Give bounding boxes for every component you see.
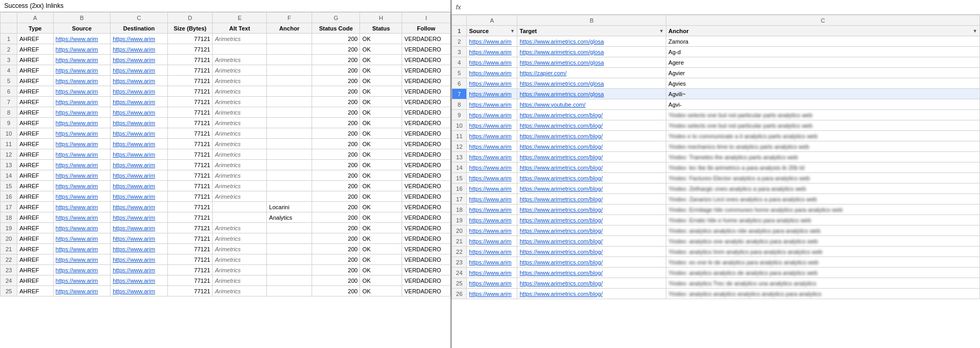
right-corner-cell xyxy=(452,15,467,26)
right-cell-source[interactable]: https://www.arim xyxy=(467,57,517,68)
right-cell-source[interactable]: https://www.arim xyxy=(467,226,517,236)
left-cell-alt: Arimetrics xyxy=(213,128,267,139)
right-cell-source[interactable]: https://www.arim xyxy=(467,183,517,194)
right-cell-source[interactable]: https://www.arim xyxy=(467,120,517,131)
left-cell-alt xyxy=(213,212,267,223)
col-header-h[interactable]: H xyxy=(360,13,402,23)
right-cell-target[interactable]: https://zapier.com/ xyxy=(517,68,666,78)
left-cell-anchor xyxy=(267,244,312,254)
right-cell-source[interactable]: https://www.arim xyxy=(467,289,517,299)
right-cell-target[interactable]: https://www.arimetrics.com/blog/ xyxy=(517,141,666,152)
right-cell-source[interactable]: https://www.arim xyxy=(467,110,517,120)
left-cell-type: AHREF xyxy=(17,265,54,275)
right-cell-source[interactable]: https://www.arim xyxy=(467,215,517,226)
right-cell-target[interactable]: https://www.arimetrics.com/glosa xyxy=(517,78,666,89)
left-cell-source: https://www.arim xyxy=(53,286,111,296)
right-cell-source[interactable]: https://www.arim xyxy=(467,173,517,183)
right-cell-source[interactable]: https://www.arim xyxy=(467,162,517,173)
header-status: Status xyxy=(360,23,402,34)
left-table-body: 1AHREFhttps://www.arimhttps://www.arim77… xyxy=(1,34,451,296)
right-cell-target[interactable]: https://www.arimetrics.com/blog/ xyxy=(517,247,666,257)
right-cell-target[interactable]: https://www.arimetrics.com/blog/ xyxy=(517,152,666,162)
right-cell-source[interactable]: https://www.arim xyxy=(467,204,517,215)
anchor-filter-icon[interactable]: ▼ xyxy=(973,28,977,34)
right-cell-target[interactable]: https://www.arimetrics.com/blog/ xyxy=(517,173,666,183)
left-cell-alt: Arimetrics xyxy=(213,160,267,170)
col-header-e[interactable]: E xyxy=(213,13,267,23)
right-cell-source[interactable]: https://www.arim xyxy=(467,89,517,99)
left-cell-alt: Arimetrics xyxy=(213,97,267,107)
right-cell-source[interactable]: https://www.arim xyxy=(467,99,517,110)
left-cell-dest: https://www.arim xyxy=(111,212,168,223)
left-cell-follow: VERDADERO xyxy=(402,55,451,65)
source-filter-icon[interactable]: ▼ xyxy=(510,28,515,34)
right-cell-target[interactable]: https://www.arimetrics.com/blog/ xyxy=(517,131,666,141)
left-row-num: 23 xyxy=(1,265,17,275)
right-cell-source[interactable]: https://www.arim xyxy=(467,131,517,141)
right-col-header-c[interactable]: C xyxy=(666,15,980,26)
right-cell-target[interactable]: https://www.arimetrics.com/glosa xyxy=(517,47,666,57)
right-cell-source[interactable]: https://www.arim xyxy=(467,194,517,204)
left-cell-type: AHREF xyxy=(17,34,54,44)
right-table-row: 12https://www.arimhttps://www.arimetrics… xyxy=(452,141,980,152)
right-cell-source[interactable]: https://www.arim xyxy=(467,236,517,247)
col-header-b[interactable]: B xyxy=(53,13,111,23)
right-cell-source[interactable]: https://www.arim xyxy=(467,257,517,268)
right-cell-anchor: Zamora xyxy=(666,36,980,47)
right-cell-source[interactable]: https://www.arim xyxy=(467,247,517,257)
target-filter-icon[interactable]: ▼ xyxy=(659,28,664,34)
col-header-c[interactable]: C xyxy=(111,13,168,23)
right-cell-source[interactable]: https://www.arim xyxy=(467,36,517,47)
right-cell-target[interactable]: https://www.arimetrics.com/glosa xyxy=(517,89,666,99)
right-cell-target[interactable]: https://www.arimetrics.com/blog/ xyxy=(517,110,666,120)
right-cell-target[interactable]: https://www.arimetrics.com/blog/ xyxy=(517,204,666,215)
right-col-header-b[interactable]: B xyxy=(517,15,666,26)
right-cell-target[interactable]: https://www.arimetrics.com/glosa xyxy=(517,57,666,68)
right-table-row: 24https://www.arimhttps://www.arimetrics… xyxy=(452,268,980,278)
right-cell-target[interactable]: https://www.arimetrics.com/blog/ xyxy=(517,120,666,131)
right-table-row: 11https://www.arimhttps://www.arimetrics… xyxy=(452,131,980,141)
right-cell-source[interactable]: https://www.arim xyxy=(467,78,517,89)
left-cell-size: 77121 xyxy=(167,181,213,191)
left-row-num: 9 xyxy=(1,118,17,128)
right-cell-target[interactable]: https://www.arimetrics.com/blog/ xyxy=(517,194,666,204)
right-cell-target[interactable]: https://www.arimetrics.com/blog/ xyxy=(517,268,666,278)
right-cell-target[interactable]: https://www.arimetrics.com/blog/ xyxy=(517,289,666,299)
right-cell-source[interactable]: https://www.arim xyxy=(467,268,517,278)
col-header-a[interactable]: A xyxy=(17,13,54,23)
right-cell-source[interactable]: https://www.arim xyxy=(467,141,517,152)
right-cell-target[interactable]: https://www.arimetrics.com/blog/ xyxy=(517,226,666,236)
right-cell-target[interactable]: https://www.arimetrics.com/blog/ xyxy=(517,257,666,268)
left-row-num: 19 xyxy=(1,223,17,233)
left-cell-size: 77121 xyxy=(167,55,213,65)
col-header-i[interactable]: I xyxy=(402,13,451,23)
right-row-num: 8 xyxy=(452,99,467,110)
right-cell-source[interactable]: https://www.arim xyxy=(467,278,517,289)
right-row-num: 18 xyxy=(452,204,467,215)
right-cell-source[interactable]: https://www.arim xyxy=(467,47,517,57)
right-cell-source[interactable]: https://www.arim xyxy=(467,152,517,162)
left-table-row: 24AHREFhttps://www.arimhttps://www.arim7… xyxy=(1,275,451,286)
right-col-header-a[interactable]: A xyxy=(467,15,517,26)
right-cell-source[interactable]: https://www.arim xyxy=(467,68,517,78)
left-cell-dest: https://www.arim xyxy=(111,233,168,244)
corner-cell xyxy=(1,13,17,23)
col-header-f[interactable]: F xyxy=(267,13,312,23)
col-header-g[interactable]: G xyxy=(312,13,360,23)
right-cell-anchor: Agvi- xyxy=(666,99,980,110)
right-cell-target[interactable]: https://www.arimetrics.com/glosa xyxy=(517,36,666,47)
right-cell-anchor: Yindex: analytics Imm analytics para ana… xyxy=(666,247,980,257)
right-cell-anchor: Yindex: analytics analytics de analytics… xyxy=(666,268,980,278)
right-cell-target[interactable]: https://www.arimetrics.com/blog/ xyxy=(517,162,666,173)
left-cell-size: 77121 xyxy=(167,97,213,107)
col-header-d[interactable]: D xyxy=(167,13,213,23)
right-cell-target[interactable]: https://www.arimetrics.com/blog/ xyxy=(517,236,666,247)
left-cell-status: OK xyxy=(360,191,402,202)
right-cell-target[interactable]: https://www.arimetrics.com/blog/ xyxy=(517,278,666,289)
right-cell-target[interactable]: https://www.arimetrics.com/blog/ xyxy=(517,215,666,226)
left-cell-alt: Arimetrics xyxy=(213,181,267,191)
left-cell-anchor xyxy=(267,275,312,286)
right-cell-target[interactable]: https://www.arimetrics.com/blog/ xyxy=(517,183,666,194)
left-row-num: 24 xyxy=(1,275,17,286)
right-cell-target[interactable]: https://www.youtube.com/ xyxy=(517,99,666,110)
